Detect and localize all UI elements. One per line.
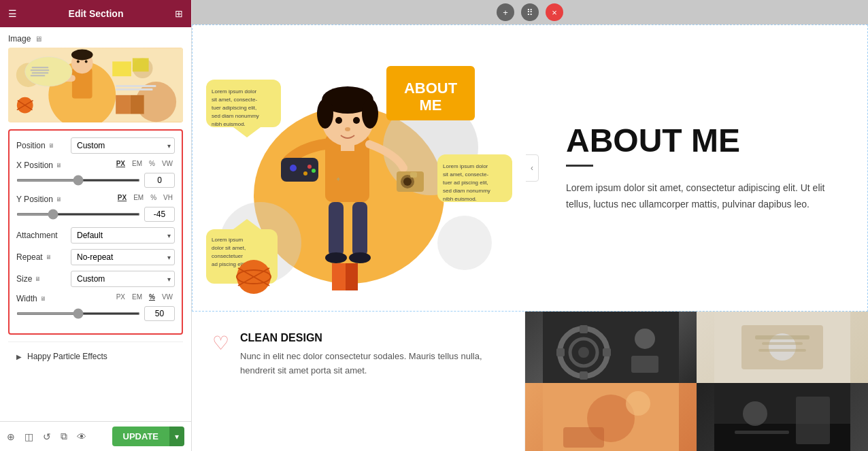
svg-point-69	[312, 169, 316, 173]
layers-icon[interactable]: ⊕	[7, 431, 15, 442]
canvas-handle-button[interactable]: ⠿	[521, 3, 539, 21]
width-unit-em[interactable]: EM	[130, 293, 144, 301]
width-input[interactable]: 50	[144, 306, 175, 321]
repeat-label: Repeat 🖥	[16, 252, 71, 262]
x-monitor-icon: 🖥	[56, 162, 62, 169]
section-illustration: ABOUT ME Lorem ipsum dolor sit amet, con…	[192, 24, 868, 312]
width-unit-vw[interactable]: VW	[160, 293, 175, 301]
feature-item: ♡ CLEAN DESIGN Nunc in elit nec dolor co…	[192, 312, 525, 451]
x-unit-em[interactable]: EM	[130, 159, 144, 168]
image-preview[interactable]	[8, 48, 183, 122]
x-position-slider[interactable]	[16, 179, 140, 182]
panel-body: Image 🖥	[0, 27, 191, 421]
position-label: Position 🖥	[16, 141, 71, 150]
svg-text:dolor sit amet,: dolor sit amet,	[212, 245, 246, 251]
position-select[interactable]: Custom Default Top Left Top Center Top R…	[71, 137, 175, 154]
update-expand-button[interactable]: ▾	[169, 427, 184, 446]
svg-rect-14	[112, 61, 131, 76]
svg-point-70	[303, 171, 307, 176]
grid-icon[interactable]: ⊞	[175, 8, 183, 19]
canvas-toolbar: + ⠿ ×	[192, 0, 868, 24]
about-text-side: ABOUT ME Lorem ipsum dolor sit amet, con…	[539, 25, 867, 311]
history-icon[interactable]: ↺	[43, 431, 51, 442]
svg-text:ME: ME	[420, 97, 442, 114]
svg-text:Lorem ipsum: Lorem ipsum	[212, 237, 244, 243]
attachment-select-wrapper[interactable]: Default Fixed Scroll	[71, 227, 175, 244]
y-unit-pct[interactable]: %	[148, 193, 158, 202]
y-unit-vh[interactable]: VH	[161, 193, 175, 202]
happy-particle-row[interactable]: ▶ Happy Particle Effects	[16, 348, 175, 365]
width-slider[interactable]	[16, 312, 140, 315]
x-units-row: PX EM % VW	[71, 159, 175, 168]
image-label-text: Image	[8, 34, 31, 44]
repeat-row: Repeat 🖥 No-repeat Repeat Repeat-X Repea…	[16, 249, 175, 265]
svg-rect-104	[796, 397, 830, 444]
svg-text:sed diam nonummy: sed diam nonummy	[212, 113, 259, 119]
width-label: Width 🖥	[16, 294, 71, 303]
y-position-input[interactable]: -45	[144, 207, 175, 222]
y-unit-em[interactable]: EM	[131, 193, 146, 202]
about-text: Lorem ipsum dolor sit amet, consectetur …	[566, 180, 840, 213]
svg-point-64	[325, 252, 347, 263]
feature-icon: ♡	[212, 332, 229, 354]
y-units-row: PX EM % VH	[71, 193, 175, 202]
width-units-row: PX EM % VW	[71, 293, 175, 301]
svg-rect-75	[332, 263, 346, 290]
width-slider-row: 50	[16, 306, 175, 321]
svg-rect-40	[437, 154, 512, 202]
update-button[interactable]: UPDATE	[112, 427, 169, 446]
size-label: Size 🖥	[16, 274, 71, 284]
panel-header: ☰ Edit Section ⊞	[0, 0, 191, 27]
svg-rect-23	[32, 72, 49, 73]
x-unit-pct[interactable]: %	[147, 159, 157, 168]
attachment-row: Attachment Default Fixed Scroll	[16, 227, 175, 244]
svg-point-99	[626, 391, 650, 416]
x-position-section: X Position 🖥 PX EM % VW 0	[16, 159, 175, 188]
svg-point-55	[317, 99, 333, 129]
happy-particle-arrow: ▶	[16, 353, 22, 361]
svg-rect-95	[762, 342, 803, 345]
position-row: Position 🖥 Custom Default Top Left Top C…	[16, 137, 175, 154]
svg-text:nibh euismod.: nibh euismod.	[443, 196, 477, 202]
section-bottom: ♡ CLEAN DESIGN Nunc in elit nec dolor co…	[192, 312, 868, 451]
svg-rect-90	[631, 356, 658, 373]
collapse-button[interactable]: ‹	[525, 154, 539, 182]
canvas-close-button[interactable]: ×	[546, 3, 563, 21]
repeat-select-wrapper[interactable]: No-repeat Repeat Repeat-X Repeat-Y	[71, 249, 175, 265]
svg-text:nibh euismod.: nibh euismod.	[212, 121, 246, 127]
width-monitor-icon: 🖥	[40, 295, 46, 302]
repeat-select[interactable]: No-repeat Repeat Repeat-X Repeat-Y	[71, 249, 175, 265]
x-unit-px[interactable]: PX	[114, 159, 127, 168]
x-unit-vw[interactable]: VW	[160, 159, 175, 168]
y-position-slider[interactable]	[16, 213, 140, 216]
menu-icon[interactable]: ☰	[8, 8, 17, 19]
about-title: ABOUT ME	[566, 123, 840, 159]
canvas-sections: ABOUT ME Lorem ipsum dolor sit amet, con…	[192, 24, 868, 451]
canvas-add-button[interactable]: +	[497, 3, 514, 21]
size-select[interactable]: Custom Auto Cover Contain	[71, 271, 175, 287]
visibility-icon[interactable]: 👁	[77, 431, 86, 442]
y-unit-px[interactable]: PX	[116, 193, 129, 202]
gear-photo	[525, 312, 697, 383]
width-unit-px[interactable]: PX	[114, 293, 127, 301]
svg-text:✦: ✦	[335, 176, 341, 183]
attachment-select[interactable]: Default Fixed Scroll	[71, 227, 175, 244]
size-select-wrapper[interactable]: Custom Auto Cover Contain	[71, 271, 175, 287]
pages-icon[interactable]: ⧉	[61, 431, 67, 442]
svg-point-73	[403, 178, 412, 186]
svg-rect-94	[755, 335, 809, 339]
svg-text:tuer adipiscing elit,: tuer adipiscing elit,	[212, 105, 256, 111]
svg-rect-60	[341, 141, 354, 151]
svg-text:ABOUT: ABOUT	[404, 80, 458, 97]
y-position-section: Y Position 🖥 PX EM % VH -45	[16, 193, 175, 222]
svg-rect-62	[329, 202, 344, 256]
x-position-input[interactable]: 0	[144, 173, 175, 188]
main-content: + ⠿ ×	[192, 0, 868, 451]
position-select-wrapper[interactable]: Custom Default Top Left Top Center Top R…	[71, 137, 175, 154]
illustration-thumbnail	[8, 48, 183, 122]
components-icon[interactable]: ◫	[24, 431, 33, 442]
svg-text:Lorem ipsum dolor: Lorem ipsum dolor	[212, 88, 257, 95]
svg-rect-19	[116, 88, 152, 90]
photo-cell-orange	[525, 383, 697, 451]
width-unit-pct[interactable]: %	[147, 293, 157, 301]
